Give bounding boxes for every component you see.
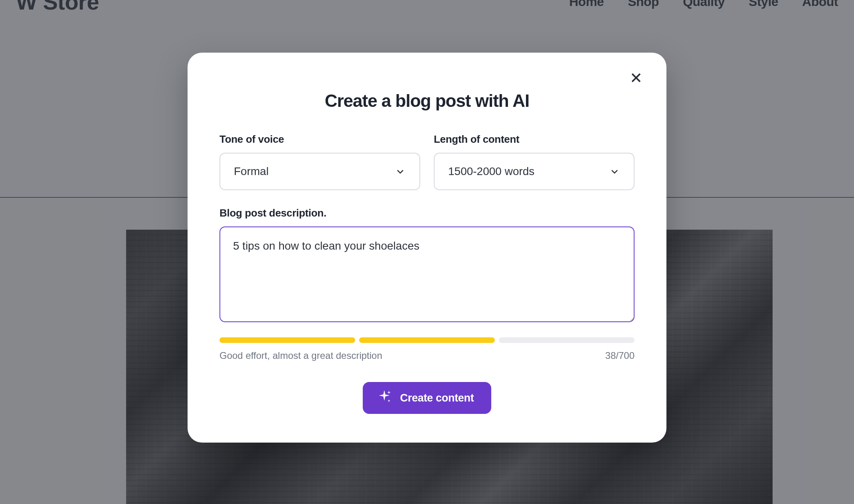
strength-segment — [219, 337, 355, 343]
strength-segment — [499, 337, 635, 343]
form-row-selects: Tone of voice Formal Length of content 1… — [219, 133, 635, 190]
close-button[interactable] — [627, 69, 646, 88]
sparkle-icon — [376, 389, 392, 408]
close-icon — [629, 71, 643, 86]
tone-select[interactable]: Formal — [219, 153, 420, 190]
description-textarea[interactable] — [219, 226, 635, 322]
tone-value: Formal — [234, 165, 269, 178]
length-label: Length of content — [434, 133, 635, 146]
length-select[interactable]: 1500-2000 words — [434, 153, 635, 190]
tone-label: Tone of voice — [219, 133, 420, 146]
description-label: Blog post description. — [219, 207, 635, 219]
chevron-down-icon — [610, 167, 619, 176]
chevron-down-icon — [395, 167, 405, 176]
field-tone: Tone of voice Formal — [219, 133, 420, 190]
strength-caption-row: Good effort, almost a great description … — [219, 350, 635, 361]
modal-overlay: Create a blog post with AI Tone of voice… — [0, 0, 854, 504]
create-content-button[interactable]: Create content — [363, 382, 492, 414]
length-value: 1500-2000 words — [448, 165, 534, 178]
strength-meter — [219, 337, 635, 343]
cta-row: Create content — [219, 382, 635, 414]
char-counter: 38/700 — [605, 350, 635, 361]
modal-title: Create a blog post with AI — [219, 91, 635, 111]
cta-label: Create content — [400, 392, 474, 404]
field-length: Length of content 1500-2000 words — [434, 133, 635, 190]
ai-blog-modal: Create a blog post with AI Tone of voice… — [188, 53, 666, 443]
strength-segment — [359, 337, 495, 343]
strength-message: Good effort, almost a great description — [219, 350, 382, 361]
